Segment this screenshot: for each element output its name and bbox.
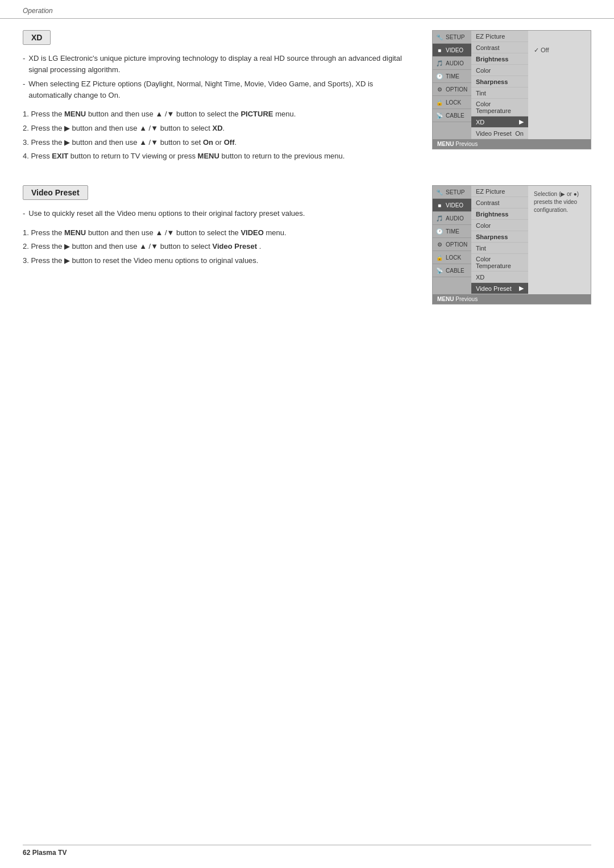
xd-section-text: XD - XD is LG Electronic's unique pictur… [23, 30, 415, 168]
vp-menu-color: Color [471, 220, 528, 231]
vp-sidebar-cable: 📡 CABLE [433, 264, 471, 277]
sidebar-time: 🕐 TIME [433, 70, 471, 83]
sidebar-video: ■ VIDEO [433, 44, 471, 57]
vp-step-1: 1. Press the MENU button and then use ▲ … [23, 227, 415, 239]
vp-tv-menu: 🔧 SETUP ■ VIDEO 🎵 AUDIO [432, 185, 591, 304]
menu-color-temp: Color Temperature [471, 99, 528, 116]
xd-menu-footer: MENU Previous [433, 139, 591, 149]
page-footer: 62 Plasma TV [23, 845, 591, 857]
vp-step-3: 3. Press the ▶ button to reset the Video… [23, 255, 415, 267]
vp-menu-xd: XD [471, 272, 528, 283]
vp-menu-brightness: Brightness [471, 208, 528, 220]
vp-sidebar-setup: 🔧 SETUP [433, 186, 471, 199]
lock-icon-2: 🔒 [435, 253, 443, 261]
vp-menu-color-temp: Color Temperature [471, 254, 528, 272]
menu-brightness: Brightness [471, 53, 528, 65]
sidebar-option: ⚙ OPTION [433, 83, 471, 96]
page-header: Operation [0, 0, 614, 19]
vp-menu-footer: MENU Previous [433, 294, 591, 304]
xd-tv-menu: 🔧 SETUP ■ VIDEO 🎵 AUDIO [432, 30, 591, 149]
vp-menu-sidebar: 🔧 SETUP ■ VIDEO 🎵 AUDIO [433, 186, 471, 294]
sidebar-audio: 🎵 AUDIO [433, 57, 471, 70]
vp-notes: - Use to quickly reset all the Video men… [23, 208, 415, 219]
xd-menu-sidebar: 🔧 SETUP ■ VIDEO 🎵 AUDIO [433, 31, 471, 139]
footer-label: 62 Plasma TV [23, 849, 67, 857]
menu-contrast: Contrast [471, 42, 528, 53]
xd-menu-body: 🔧 SETUP ■ VIDEO 🎵 AUDIO [433, 31, 591, 139]
vp-section-text: Video Preset - Use to quickly reset all … [23, 185, 415, 304]
clock-icon: 🕐 [435, 72, 443, 80]
option-icon-2: ⚙ [435, 240, 443, 248]
xd-section: XD - XD is LG Electronic's unique pictur… [23, 30, 591, 168]
audio-icon: 🎵 [435, 59, 443, 67]
vp-sidebar-option: ⚙ OPTION [433, 238, 471, 251]
vp-sidebar-lock: 🔒 LOCK [433, 251, 471, 264]
page-container: Operation XD - XD is LG Electronic's uni… [0, 0, 614, 868]
menu-tint: Tint [471, 87, 528, 99]
sidebar-setup: 🔧 SETUP [433, 31, 471, 44]
vp-menu-main: EZ Picture Contrast Brightness Color Sha… [471, 186, 528, 294]
xd-note-1: - XD is LG Electronic's unique picture i… [23, 53, 415, 75]
vp-step-2: 2. Press the ▶ button and then use ▲ /▼ … [23, 241, 415, 253]
wrench-icon-2: 🔧 [435, 188, 443, 196]
menu-video-preset: Video PresetOn [471, 128, 528, 139]
wrench-icon: 🔧 [435, 33, 443, 41]
xd-menu-main: EZ Picture Contrast Brightness Color Sha… [471, 31, 528, 139]
audio-icon-2: 🎵 [435, 214, 443, 222]
vp-menu-ez-picture: EZ Picture [471, 186, 528, 197]
vp-menu-image: 🔧 SETUP ■ VIDEO 🎵 AUDIO [432, 185, 591, 304]
vp-sidebar-time: 🕐 TIME [433, 225, 471, 238]
xd-steps: 1. Press the MENU button and then use ▲ … [23, 108, 415, 162]
option-icon: ⚙ [435, 85, 443, 93]
vp-menu-video-preset: Video Preset▶ [471, 283, 528, 294]
vp-sidebar-audio: 🎵 AUDIO [433, 212, 471, 225]
xd-heading: XD [23, 30, 51, 45]
sidebar-lock: 🔒 LOCK [433, 96, 471, 109]
vp-steps: 1. Press the MENU button and then use ▲ … [23, 227, 415, 267]
vp-sidebar-video: ■ VIDEO [433, 199, 471, 212]
vp-sub-note: Selection (▶ or ●) presets the video con… [532, 188, 587, 216]
cable-icon: 📡 [435, 111, 443, 119]
xd-sub-off: ✓ Off [532, 33, 587, 56]
menu-color: Color [471, 65, 528, 76]
xd-menu-image: 🔧 SETUP ■ VIDEO 🎵 AUDIO [432, 30, 591, 168]
vp-heading: Video Preset [23, 185, 88, 200]
video-icon-2: ■ [435, 201, 443, 209]
vp-note-1: - Use to quickly reset all the Video men… [23, 208, 415, 219]
vp-menu-sharpness: Sharpness [471, 231, 528, 243]
main-content: XD - XD is LG Electronic's unique pictur… [0, 19, 614, 367]
video-preset-section: Video Preset - Use to quickly reset all … [23, 185, 591, 304]
menu-sharpness: Sharpness [471, 76, 528, 87]
video-icon: ■ [435, 46, 443, 54]
xd-note-2: - When selecting EZ Picture options (Day… [23, 78, 415, 101]
menu-ez-picture: EZ Picture [471, 31, 528, 42]
cable-icon-2: 📡 [435, 266, 443, 274]
header-label: Operation [23, 7, 53, 15]
vp-menu-body: 🔧 SETUP ■ VIDEO 🎵 AUDIO [433, 186, 591, 294]
lock-icon: 🔒 [435, 98, 443, 106]
vp-menu-tint: Tint [471, 243, 528, 254]
vp-menu-contrast: Contrast [471, 197, 528, 208]
xd-menu-sub: ✓ Off [528, 31, 591, 139]
xd-step-3: 3. Press the ▶ button and then use ▲ /▼ … [23, 137, 415, 149]
xd-step-1: 1. Press the MENU button and then use ▲ … [23, 108, 415, 120]
xd-step-2: 2. Press the ▶ button and then use ▲ /▼ … [23, 123, 415, 135]
clock-icon-2: 🕐 [435, 227, 443, 235]
menu-xd: XD▶ [471, 116, 528, 128]
sidebar-cable: 📡 CABLE [433, 109, 471, 122]
vp-menu-sub: Selection (▶ or ●) presets the video con… [528, 186, 591, 294]
xd-notes: - XD is LG Electronic's unique picture i… [23, 53, 415, 101]
xd-step-4: 4. Press EXIT button to return to TV vie… [23, 151, 415, 162]
